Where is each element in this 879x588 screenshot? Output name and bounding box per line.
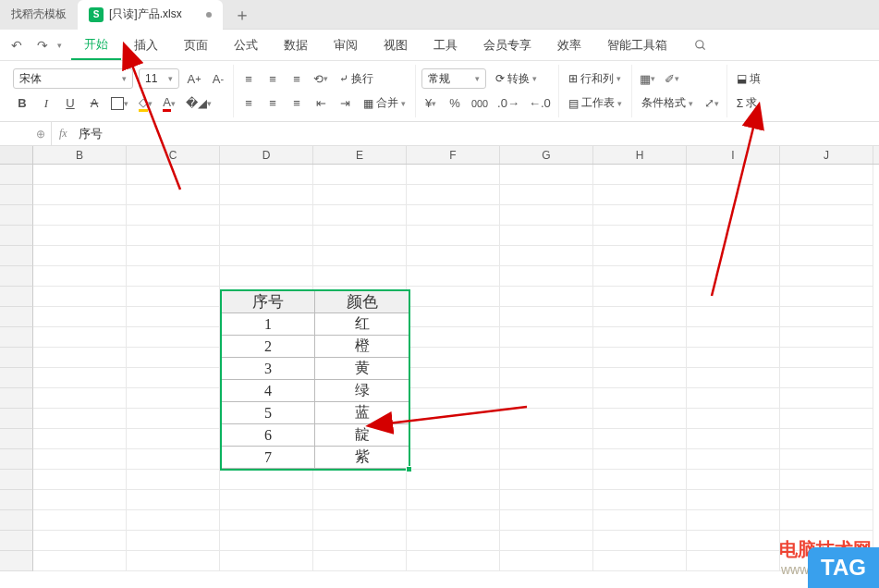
condfmt-label: 条件格式 xyxy=(641,95,686,111)
menu-smarttools[interactable]: 智能工具箱 xyxy=(594,30,680,60)
menu-view[interactable]: 视图 xyxy=(371,30,421,60)
align-right-button[interactable]: ≡ xyxy=(287,93,306,114)
menu-tools[interactable]: 工具 xyxy=(421,30,470,60)
menu-page[interactable]: 页面 xyxy=(171,30,221,60)
table-cell[interactable]: 绿 xyxy=(315,380,409,402)
grid-rows[interactable] xyxy=(0,165,879,571)
table-cell[interactable]: 紫 xyxy=(315,447,409,469)
col-header-h[interactable]: H xyxy=(593,146,687,164)
worksheet-icon: ▤ xyxy=(568,97,579,110)
redo-button[interactable]: ↷ xyxy=(31,34,54,56)
tab-templates[interactable]: 找稻壳模板 xyxy=(0,0,78,30)
table-header-color[interactable]: 颜色 xyxy=(315,291,409,313)
currency-button[interactable]: ¥▾ xyxy=(421,93,440,114)
col-header-c[interactable]: C xyxy=(127,146,220,164)
align-middle-button[interactable]: ≡ xyxy=(263,68,282,89)
table-cell[interactable]: 5 xyxy=(222,402,315,424)
convert-button[interactable]: ⟳ 转换 ▾ xyxy=(492,68,541,89)
align-center-button[interactable]: ≡ xyxy=(263,93,282,114)
underline-button[interactable]: U xyxy=(61,93,79,114)
table-header-index[interactable]: 序号 xyxy=(222,291,315,313)
table-cell[interactable]: 1 xyxy=(222,313,315,336)
menu-formula[interactable]: 公式 xyxy=(221,30,271,60)
fx-label[interactable]: fx xyxy=(52,127,75,141)
borders-button[interactable]: ▾ xyxy=(109,93,130,114)
cell-styles-button[interactable]: ▦▾ xyxy=(638,68,657,89)
chevron-down-icon: ▾ xyxy=(122,74,127,83)
rows-cols-button[interactable]: ⊞ 行和列 ▾ xyxy=(565,68,625,89)
italic-button[interactable]: I xyxy=(37,93,55,114)
zoom-icon[interactable]: ⊕ xyxy=(36,128,45,141)
number-format-select[interactable]: 常规 ▾ xyxy=(421,68,486,89)
selected-range[interactable]: 序号 颜色 1红 2橙 3黄 4绿 5蓝 6靛 7紫 xyxy=(220,289,410,471)
col-header-e[interactable]: E xyxy=(313,146,407,164)
bold-button[interactable]: B xyxy=(13,93,31,114)
select-all-corner[interactable] xyxy=(0,146,33,164)
decrease-font-button[interactable]: A- xyxy=(209,68,227,89)
search-icon xyxy=(694,39,707,52)
ribbon-format-group: ▦▾ ✐▾ 条件格式 ▾ ⤢▾ xyxy=(632,65,727,117)
worksheet-button[interactable]: ▤ 工作表 ▾ xyxy=(565,93,626,114)
table-cell[interactable]: 红 xyxy=(315,313,409,336)
indent-dec-button[interactable]: ⇤ xyxy=(311,93,330,114)
table-cell[interactable]: 黄 xyxy=(315,358,409,380)
table-cell[interactable]: 4 xyxy=(222,380,315,402)
new-tab-button[interactable]: ＋ xyxy=(223,4,262,26)
merge-label: 合并 xyxy=(376,95,398,111)
tab-active-document[interactable]: S [只读]产品.xlsx xyxy=(78,0,223,30)
table-cell[interactable]: 靛 xyxy=(315,424,409,447)
menu-home[interactable]: 开始 xyxy=(71,30,121,60)
expand-button[interactable]: ⤢▾ xyxy=(702,93,721,114)
formula-value[interactable]: 序号 xyxy=(75,126,103,142)
align-top-button[interactable]: ≡ xyxy=(239,68,258,89)
chevron-down-icon: ▾ xyxy=(168,74,173,83)
clear-format-button[interactable]: �◢▾ xyxy=(184,93,214,114)
inc-decimal-button[interactable]: .0→ xyxy=(495,93,521,114)
fill-color-button[interactable]: ◇▾ xyxy=(136,93,154,114)
undo-button[interactable]: ↶ xyxy=(6,34,28,56)
menu-review[interactable]: 审阅 xyxy=(321,30,371,60)
col-header-i[interactable]: I xyxy=(687,146,780,164)
search-button[interactable] xyxy=(690,34,712,56)
merge-cells-button[interactable]: ▦ 合并 ▾ xyxy=(360,93,409,114)
table-cell[interactable]: 7 xyxy=(222,447,315,469)
format-painter-button[interactable]: ✐▾ xyxy=(663,68,681,89)
sum-button[interactable]: Σ 求 xyxy=(733,93,761,114)
increase-font-button[interactable]: A+ xyxy=(185,68,203,89)
chevron-down-icon: ▾ xyxy=(401,99,406,108)
indent-inc-button[interactable]: ⇥ xyxy=(336,93,354,114)
qat-more-icon[interactable]: ▾ xyxy=(57,41,62,50)
align-left-button[interactable]: ≡ xyxy=(239,93,258,114)
selection-handle[interactable] xyxy=(406,466,412,472)
strikethrough-button[interactable]: A xyxy=(85,93,104,114)
table-cell[interactable]: 橙 xyxy=(315,336,409,358)
menu-insert[interactable]: 插入 xyxy=(121,30,171,60)
dec-decimal-button[interactable]: ←.0 xyxy=(527,93,553,114)
font-name-select[interactable]: 宋体 ▾ xyxy=(13,68,133,89)
table-cell[interactable]: 3 xyxy=(222,358,315,380)
conditional-format-button[interactable]: 条件格式 ▾ xyxy=(638,93,697,114)
col-header-g[interactable]: G xyxy=(500,146,593,164)
col-header-j[interactable]: J xyxy=(780,146,873,164)
menu-member[interactable]: 会员专享 xyxy=(470,30,544,60)
menu-efficiency[interactable]: 效率 xyxy=(544,30,594,60)
col-header-b[interactable]: B xyxy=(33,146,127,164)
table-cell[interactable]: 2 xyxy=(222,336,315,358)
table-cell[interactable]: 蓝 xyxy=(315,402,409,424)
table-cell[interactable]: 6 xyxy=(222,424,315,447)
orientation-button[interactable]: ⟲▾ xyxy=(311,68,330,89)
menubar: ↶ ↷ ▾ 开始 插入 页面 公式 数据 审阅 视图 工具 会员专享 效率 智能… xyxy=(0,30,879,61)
thousands-button[interactable]: 000 xyxy=(470,93,490,114)
percent-button[interactable]: % xyxy=(446,93,464,114)
fill-button[interactable]: ⬓ 填 xyxy=(733,68,764,89)
sum-label: 求 xyxy=(746,95,757,111)
align-bottom-button[interactable]: ≡ xyxy=(287,68,306,89)
wrap-label: 换行 xyxy=(351,71,373,87)
col-header-f[interactable]: F xyxy=(407,146,500,164)
menu-data[interactable]: 数据 xyxy=(271,30,321,60)
tab-modified-dot xyxy=(206,12,212,18)
font-size-select[interactable]: 11 ▾ xyxy=(139,68,179,89)
wrap-text-button[interactable]: ⤶ 换行 xyxy=(336,68,377,89)
font-color-button[interactable]: A▾ xyxy=(160,93,178,114)
col-header-d[interactable]: D xyxy=(220,146,313,164)
